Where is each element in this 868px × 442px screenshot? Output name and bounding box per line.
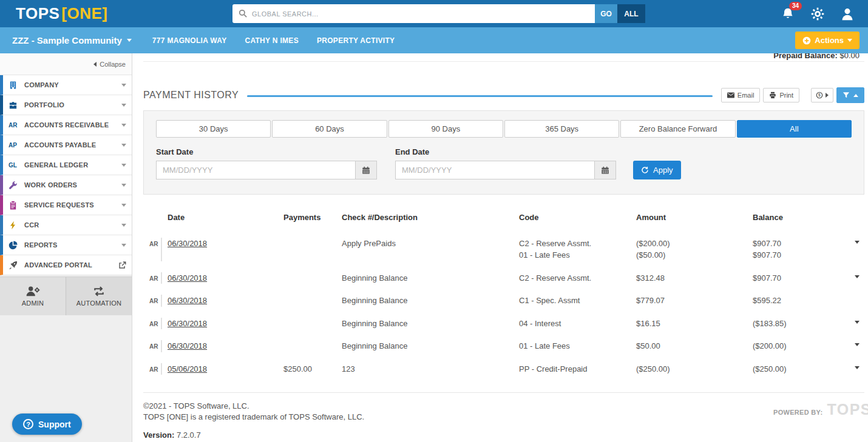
community-name: ZZZ - Sample Community xyxy=(12,35,122,45)
sidebar-item-reports[interactable]: REPORTS xyxy=(0,235,132,255)
date-link[interactable]: 06/30/2018 xyxy=(168,341,207,350)
community-selector[interactable]: ZZZ - Sample Community xyxy=(12,35,132,45)
filter-panel: 30 Days60 Days90 Days365 DaysZero Balanc… xyxy=(143,110,864,195)
chevron-down-icon xyxy=(127,39,132,42)
actions-button[interactable]: Actions xyxy=(795,32,860,49)
logo-one-text: [ONE] xyxy=(61,4,107,22)
range-button-90-days[interactable]: 90 Days xyxy=(388,120,503,138)
row-expand-caret-icon xyxy=(855,343,860,346)
automation-button[interactable]: AUTOMATION xyxy=(66,277,132,315)
collapse-sidebar-button[interactable]: Collapse xyxy=(0,53,132,75)
row-type-cell: AR xyxy=(143,295,168,307)
print-button[interactable]: Print xyxy=(763,88,799,102)
top-navigation-bar: TOPS[ONE] GO ALL 34 xyxy=(0,0,868,27)
print-label: Print xyxy=(779,92,793,99)
code-cell: PP - Credit-Prepaid xyxy=(519,363,636,375)
code-cell: C2 - Reserve Assmt. xyxy=(519,272,636,284)
end-date-input[interactable] xyxy=(395,161,595,179)
row-expand-cell[interactable] xyxy=(853,238,864,261)
column-header-code: Code xyxy=(519,212,636,224)
search-all-button[interactable]: ALL xyxy=(617,4,645,23)
row-expand-cell[interactable] xyxy=(853,363,864,375)
description-cell: Beginning Balance xyxy=(342,272,519,284)
sidebar-item-accounts-receivable[interactable]: ARACCOUNTS RECEIVABLE xyxy=(0,115,132,135)
support-button[interactable]: ? Support xyxy=(12,414,82,435)
building-icon xyxy=(8,81,22,90)
sidebar-item-ccr[interactable]: CCR xyxy=(0,215,132,235)
sidebar-item-company[interactable]: COMPANY xyxy=(0,75,132,95)
automation-label: AUTOMATION xyxy=(76,300,121,307)
context-link-777-magnolia-way[interactable]: 777 MAGNOLIA WAY xyxy=(152,36,227,45)
date-link[interactable]: 06/30/2018 xyxy=(168,273,207,283)
range-button-365-days[interactable]: 365 Days xyxy=(504,120,619,138)
context-link-cathy-n-imes[interactable]: CATHY N IMES xyxy=(245,36,299,45)
amount-cell: $779.07 xyxy=(636,295,753,307)
context-link-property-activity[interactable]: PROPERTY ACTIVITY xyxy=(317,36,395,45)
admin-icon xyxy=(25,286,40,296)
date-link[interactable]: 06/30/2018 xyxy=(168,239,207,248)
date-cell: 06/30/2018 xyxy=(168,238,283,261)
row-type-cell: AR xyxy=(143,363,168,375)
payments-cell xyxy=(283,340,342,352)
end-date-label: End Date xyxy=(395,147,616,156)
row-expand-cell[interactable] xyxy=(853,272,864,284)
filter-button[interactable] xyxy=(836,87,864,103)
sidebar-item-general-ledger[interactable]: GLGENERAL LEDGER xyxy=(0,155,132,175)
email-label: Email xyxy=(737,92,754,99)
description-cell: 123 xyxy=(342,363,519,375)
profile-button[interactable] xyxy=(840,7,855,21)
table-row: AR05/06/2018$250.00123PP - Credit-Prepai… xyxy=(143,358,864,381)
end-date-calendar-button[interactable] xyxy=(595,161,616,179)
currency-icon: $ xyxy=(816,92,823,99)
range-button-all[interactable]: All xyxy=(737,120,852,138)
row-type-cell: AR xyxy=(143,238,168,261)
table-row: AR06/30/2018Beginning BalanceC1 - Spec. … xyxy=(143,289,864,312)
date-link[interactable]: 06/30/2018 xyxy=(168,296,207,305)
sidebar-item-portfolio[interactable]: PORTFOLIO xyxy=(0,95,132,115)
range-button-60-days[interactable]: 60 Days xyxy=(272,120,387,138)
printer-icon xyxy=(769,92,776,99)
start-date-input[interactable] xyxy=(156,161,356,179)
date-link[interactable]: 06/30/2018 xyxy=(168,319,207,328)
date-filters: Start Date End Date xyxy=(156,147,852,179)
range-button-30-days[interactable]: 30 Days xyxy=(156,120,271,138)
app-logo[interactable]: TOPS[ONE] xyxy=(0,4,132,23)
description-cell: Beginning Balance xyxy=(342,318,519,330)
powered-by: POWERED BY: TOPS xyxy=(773,399,868,420)
support-label: Support xyxy=(38,420,71,429)
payment-table-header: DatePaymentsCheck #/DescriptionCodeAmoun… xyxy=(143,212,864,224)
table-row: AR06/30/2018Beginning Balance01 - Late F… xyxy=(143,335,864,358)
payments-cell: $250.00 xyxy=(283,363,342,375)
chevron-down-icon xyxy=(121,164,126,167)
row-expand-cell[interactable] xyxy=(853,340,864,352)
row-expand-caret-icon xyxy=(855,275,860,278)
notifications-button[interactable]: 34 xyxy=(781,7,795,21)
start-date-calendar-button[interactable] xyxy=(356,161,377,179)
row-expand-cell[interactable] xyxy=(853,318,864,330)
powered-by-brand: TOPS xyxy=(827,399,868,420)
sidebar-item-service-requests[interactable]: SERVICE REQUESTS xyxy=(0,195,132,215)
version-label: Version: xyxy=(143,430,174,440)
email-button[interactable]: Email xyxy=(721,88,761,102)
currency-options-button[interactable]: $ xyxy=(811,88,833,102)
sidebar-item-advanced-portal[interactable]: ADVANCED PORTAL xyxy=(0,255,132,275)
version-value: 7.2.0.7 xyxy=(177,430,201,440)
settings-button[interactable] xyxy=(810,7,825,21)
search-input[interactable] xyxy=(232,4,595,23)
date-cell: 06/30/2018 xyxy=(168,295,283,307)
admin-button[interactable]: ADMIN xyxy=(0,277,66,315)
balance-cell: $907.70$907.70 xyxy=(753,238,853,261)
sidebar-item-accounts-payable[interactable]: APACCOUNTS PAYABLE xyxy=(0,135,132,155)
sidebar-item-work-orders[interactable]: WORK ORDERS xyxy=(0,175,132,195)
range-buttons: 30 Days60 Days90 Days365 DaysZero Balanc… xyxy=(156,120,852,138)
range-button-zero-balance-forward[interactable]: Zero Balance Forward xyxy=(620,120,735,138)
date-link[interactable]: 05/06/2018 xyxy=(168,364,207,373)
sidebar-item-label: WORK ORDERS xyxy=(24,181,121,189)
svg-text:$: $ xyxy=(818,93,821,97)
chevron-down-icon xyxy=(121,244,126,247)
apply-button[interactable]: Apply xyxy=(633,161,681,179)
funnel-icon xyxy=(843,92,850,99)
search-go-button[interactable]: GO xyxy=(595,4,617,23)
row-type-badge: AR xyxy=(143,272,162,284)
title-rule xyxy=(247,95,713,97)
